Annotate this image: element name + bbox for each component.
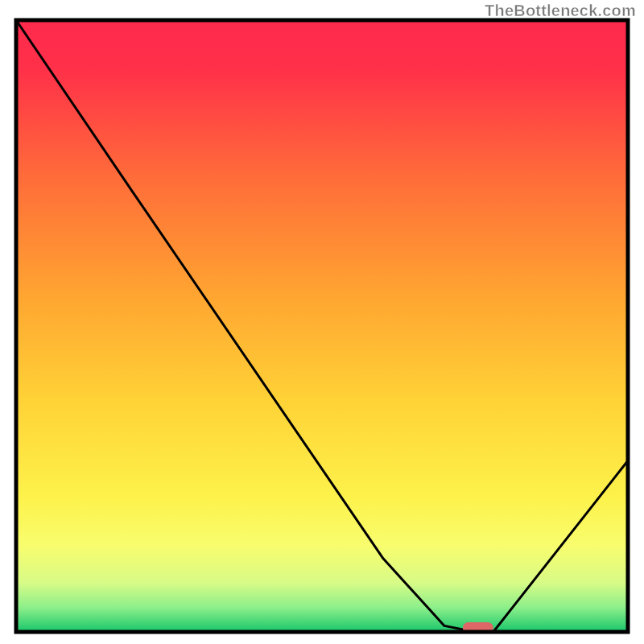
gradient-background bbox=[16, 20, 628, 632]
watermark-text: TheBottleneck.com bbox=[485, 2, 636, 20]
bottleneck-chart bbox=[0, 0, 644, 644]
chart-container: TheBottleneck.com bbox=[0, 0, 644, 644]
